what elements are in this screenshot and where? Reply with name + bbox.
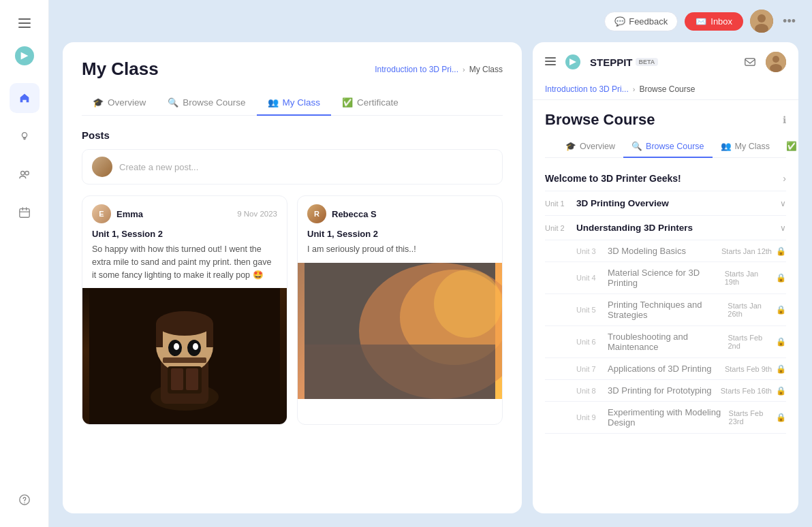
unit-2-label-row: Unit 2 Understanding 3D Printers	[545, 223, 693, 233]
right-tab-browse-course[interactable]: 🔍 Browse Course	[623, 135, 712, 158]
more-options-button[interactable]: •••	[780, 14, 798, 29]
right-breadcrumb-parent[interactable]: Introduction to 3D Pri...	[545, 84, 629, 94]
right-breadcrumb: Introduction to 3D Pri... › Browse Cours…	[545, 79, 786, 99]
myclass-tab-icon: 👥	[268, 97, 279, 108]
right-tab-overview[interactable]: 🎓 Overview	[557, 135, 623, 158]
posts-label: Posts	[82, 129, 503, 141]
post-text-1: So happy with how this turned out! I wen…	[82, 243, 287, 288]
svg-rect-19	[206, 323, 213, 347]
unit-8-left: Unit 8 3D Printing for Prototyping	[576, 385, 711, 396]
right-logo: STEPPIT BETA	[545, 54, 658, 69]
svg-rect-26	[171, 368, 183, 390]
unit-5-title: Printing Techniques and Strategies	[608, 300, 728, 320]
sidebar-item-help[interactable]	[10, 485, 40, 515]
unit-3-starts: Starts Jan 12th	[721, 247, 772, 255]
unit-7-starts: Starts Feb 9th	[725, 365, 772, 373]
unit-header-1[interactable]: Unit 1 3D Printing Overview ∨	[545, 191, 786, 215]
sidebar	[0, 0, 49, 527]
unit-8-num: Unit 8	[576, 387, 601, 395]
unit-row-6[interactable]: Unit 6 Troubleshooting and Maintenance S…	[545, 326, 786, 358]
unit-9-num: Unit 9	[576, 413, 601, 421]
unit-7-left: Unit 7 Applications of 3D Printing	[576, 364, 711, 374]
right-menu-icon[interactable]	[545, 56, 556, 68]
tab-my-class[interactable]: 👥 My Class	[257, 91, 332, 116]
post-image-1	[82, 288, 287, 424]
unit-section-2: Unit 2 Understanding 3D Printers ∨	[545, 216, 786, 240]
info-icon[interactable]: ℹ	[783, 114, 786, 125]
unit-header-2[interactable]: Unit 2 Understanding 3D Printers ∨	[545, 216, 786, 240]
svg-point-6	[25, 172, 28, 175]
unit-5-lock-icon: 🔒	[776, 305, 786, 315]
tab-browse-course[interactable]: 🔍 Browse Course	[157, 91, 256, 116]
right-mail-icon[interactable]	[740, 52, 760, 72]
unit-5-num: Unit 5	[576, 306, 601, 314]
post-author-2-avatar: R	[307, 204, 326, 223]
unit-4-num: Unit 4	[576, 274, 601, 282]
unit-row-3[interactable]: Unit 3 3D Modeling Basics Starts Jan 12t…	[545, 240, 786, 262]
right-panel-header: STEPPIT BETA	[533, 42, 798, 100]
unit-7-lock-icon: 🔒	[776, 364, 786, 374]
right-certificate-icon: ✅	[786, 141, 797, 151]
left-panel-header: My Class Introduction to 3D Pri... › My …	[63, 42, 522, 116]
unit-6-lock-icon: 🔒	[776, 337, 786, 347]
welcome-item[interactable]: Welcome to 3D Printer Geeks! ›	[545, 166, 786, 191]
post-card-2-header: R Rebecca S	[298, 196, 502, 229]
unit-6-right: Starts Feb 2nd 🔒	[728, 334, 786, 350]
new-post-bar[interactable]: Create a new post...	[82, 149, 503, 185]
right-breadcrumb-current: Browse Course	[639, 84, 695, 94]
user-avatar[interactable]	[750, 10, 773, 33]
inbox-button[interactable]: ✉️ Inbox	[685, 12, 743, 31]
unit-row-9[interactable]: Unit 9 Experimenting with Modeling Desig…	[545, 402, 786, 434]
breadcrumb-parent[interactable]: Introduction to 3D Pri...	[375, 65, 458, 74]
post-image-2	[298, 263, 502, 399]
svg-rect-24	[163, 357, 206, 363]
right-beta-badge: BETA	[636, 58, 659, 66]
unit-row-5[interactable]: Unit 5 Printing Techniques and Strategie…	[545, 294, 786, 326]
unit-2-chevron-icon: ∨	[780, 223, 786, 233]
unit-9-lock-icon: 🔒	[776, 413, 786, 422]
unit-6-left: Unit 6 Troubleshooting and Maintenance	[576, 332, 728, 352]
unit-row-7[interactable]: Unit 7 Applications of 3D Printing Start…	[545, 358, 786, 380]
sidebar-item-home[interactable]	[10, 83, 40, 113]
unit-4-starts: Starts Jan 19th	[725, 270, 772, 286]
unit-7-right: Starts Feb 9th 🔒	[725, 364, 786, 374]
logo	[15, 46, 34, 65]
sidebar-item-community[interactable]	[10, 159, 40, 189]
right-user-avatar[interactable]	[766, 52, 786, 72]
feedback-button[interactable]: 💬 Feedback	[604, 12, 678, 31]
unit-6-starts: Starts Feb 2nd	[728, 334, 772, 350]
left-tabs: 🎓 Overview 🔍 Browse Course 👥 My Class ✅ …	[82, 91, 503, 116]
sidebar-item-calendar[interactable]	[10, 197, 40, 227]
svg-point-5	[20, 172, 24, 175]
post-author-2: R Rebecca S	[307, 204, 377, 223]
right-tab-my-class[interactable]: 👥 My Class	[713, 135, 778, 158]
menu-icon[interactable]	[12, 11, 37, 35]
tab-certificate[interactable]: ✅ Certificate	[331, 91, 409, 116]
unit-7-num: Unit 7	[576, 365, 601, 373]
breadcrumb-current: My Class	[469, 65, 503, 74]
unit-1-chevron-icon: ∨	[780, 199, 786, 208]
post-author-1-avatar: E	[92, 204, 111, 223]
unit-9-left: Unit 9 Experimenting with Modeling Desig…	[576, 407, 729, 428]
post-card-1-header: E Emma 9 Nov 2023	[82, 196, 287, 229]
unit-4-left: Unit 4 Material Science for 3D Printing	[576, 268, 725, 288]
course-list: Welcome to 3D Printer Geeks! › Unit 1 3D…	[533, 158, 798, 513]
unit-8-title: 3D Printing for Prototyping	[608, 385, 711, 396]
right-panel-title: Browse Course ℹ	[545, 111, 786, 129]
svg-point-23	[193, 343, 198, 350]
unit-5-left: Unit 5 Printing Techniques and Strategie…	[576, 300, 728, 320]
top-header: 💬 Feedback ✉️ Inbox •••	[49, 0, 812, 42]
unit-row-8[interactable]: Unit 8 3D Printing for Prototyping Start…	[545, 380, 786, 402]
svg-rect-18	[156, 323, 163, 347]
sidebar-item-ideas[interactable]	[10, 121, 40, 151]
right-tab-certificate[interactable]: ✅ Certificate	[778, 135, 798, 158]
unit-row-4[interactable]: Unit 4 Material Science for 3D Printing …	[545, 262, 786, 294]
content-wrapper: My Class Introduction to 3D Pri... › My …	[49, 42, 812, 527]
unit-3-title: 3D Modeling Basics	[608, 246, 686, 256]
svg-point-40	[770, 64, 782, 72]
unit-3-num: Unit 3	[576, 247, 601, 255]
svg-rect-7	[19, 209, 29, 218]
tab-overview[interactable]: 🎓 Overview	[82, 91, 157, 116]
unit-3-left: Unit 3 3D Modeling Basics	[576, 246, 686, 256]
browse-course-title: Browse Course	[545, 111, 655, 129]
